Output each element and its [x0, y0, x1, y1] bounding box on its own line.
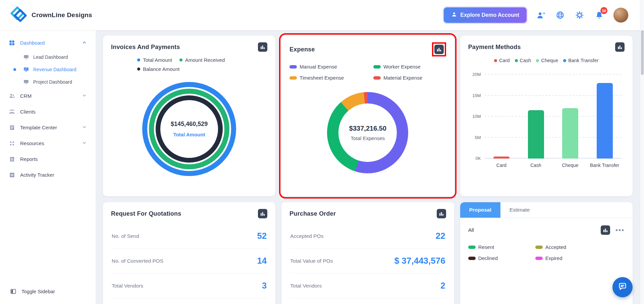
settings-gear-icon[interactable] — [574, 10, 585, 20]
active-bullet-icon — [13, 68, 16, 71]
legend-pill — [535, 246, 543, 249]
annotation-highlight-box — [432, 42, 446, 56]
invoices-center-value: $145,460,529 — [171, 121, 208, 128]
notification-count-badge: 10 — [600, 7, 607, 14]
bar-chart-icon-button[interactable] — [615, 42, 625, 52]
bar-cash[interactable] — [528, 110, 544, 159]
legend-pill — [468, 257, 476, 260]
sidebar-item-project-dashboard[interactable]: Project Dashboard — [0, 76, 96, 88]
bar-chart-icon-button[interactable] — [258, 209, 267, 218]
legend-item-bank-transfer[interactable]: Bank Transfer — [563, 58, 598, 63]
brand[interactable]: CrownLine Designs — [10, 6, 92, 25]
toggle-sidebar-button[interactable]: Toggle Sidebar — [0, 284, 96, 299]
expense-donut-center: $337,216.50 Total Expenses — [338, 103, 397, 162]
legend-item-worker-expense[interactable]: Worker Expense — [373, 64, 446, 70]
monitor-icon — [23, 54, 29, 60]
legend-item-timesheet-expense[interactable]: Timesheet Expense — [289, 75, 373, 81]
legend-item-cheque[interactable]: Cheque — [536, 58, 558, 63]
legend-item-total-amount[interactable]: Total Amount — [137, 57, 172, 63]
explore-demo-account-button[interactable]: Explore Demo Account — [444, 7, 527, 23]
bar-bank-transfer[interactable] — [597, 83, 613, 159]
y-tick-label: 20M — [468, 72, 481, 77]
legend-pill — [289, 76, 297, 80]
notifications-bell-icon[interactable]: 10 — [594, 10, 604, 20]
clients-icon — [9, 108, 15, 115]
resources-icon — [9, 140, 15, 146]
vertical-scrollbar — [640, 0, 644, 304]
scrollbar-thumb[interactable] — [641, 30, 644, 75]
amount-received-ring: $145,460,529 Total Amount — [149, 89, 229, 169]
legend-item-expired[interactable]: Expired — [535, 255, 625, 261]
more-options-icon[interactable]: ••• — [615, 228, 625, 232]
x-tick-label: Cash — [519, 163, 553, 168]
sidebar-item-template-center[interactable]: Template Center — [0, 120, 96, 135]
legend-item-resent[interactable]: Resent — [468, 244, 535, 250]
card-title: Invoices And Payments — [111, 44, 180, 51]
invoices-and-payments-card: Invoices And Payments Total Amount Amoun… — [103, 36, 275, 196]
sidebar-item-reports[interactable]: Reports — [0, 151, 96, 167]
expense-center-value: $337,216.50 — [349, 125, 386, 132]
expense-chart-icon-button[interactable] — [434, 45, 444, 54]
chevron-down-icon — [82, 125, 87, 131]
legend-pill — [373, 65, 381, 69]
people-icon — [9, 93, 15, 99]
x-axis-labels: Card Cash Cheque Bank Transfer — [484, 163, 622, 168]
legend-item-declined[interactable]: Declined — [468, 255, 535, 261]
sidebar-item-dashboard[interactable]: Dashboard — [0, 35, 96, 51]
tab-proposal[interactable]: Proposal — [460, 202, 500, 218]
x-tick-label: Cheque — [553, 163, 588, 168]
tab-estimate[interactable]: Estimate — [500, 202, 539, 218]
invite-user-icon[interactable] — [535, 10, 546, 20]
legend-item-material-expense[interactable]: Material Expense — [373, 75, 446, 81]
proposal-filter-all[interactable]: All — [468, 227, 474, 233]
sidebar-item-activity-tracker[interactable]: Activity Tracker — [0, 167, 96, 183]
chevron-down-icon — [82, 140, 87, 146]
sidebar-nav: Dashboard Lead Dashboard Revenue Dashboa… — [0, 30, 96, 304]
card-title: Purchase Order — [289, 210, 336, 217]
y-tick-label: 10M — [468, 114, 481, 119]
invoices-legend: Total Amount Amount Received Balance Amo… — [137, 57, 241, 72]
card-title: Expense — [289, 46, 315, 53]
bars — [484, 75, 622, 159]
legend-dot — [137, 68, 140, 71]
legend-pill — [535, 257, 543, 260]
stat-row: Request Sent Vendors — [111, 298, 267, 304]
legend-dot — [563, 59, 566, 62]
bar-card[interactable] — [493, 157, 509, 159]
activity-icon — [9, 172, 15, 178]
chat-bubble-icon — [618, 282, 627, 293]
request-for-quotations-card: Request For Quotations No. of Send 52 No… — [103, 202, 275, 304]
y-tick-label: 15M — [468, 93, 481, 98]
legend-pill — [373, 76, 381, 80]
legend-item-manual-expense[interactable]: Manual Expense — [289, 64, 373, 70]
sidebar-item-clients[interactable]: Clients — [0, 104, 96, 120]
sidebar-item-crm[interactable]: CRM — [0, 88, 96, 104]
proposal-filter-row: All ••• — [468, 225, 625, 235]
monitor-icon — [23, 79, 29, 85]
legend-dot — [536, 59, 539, 62]
legend-item-accepted[interactable]: Accepted — [535, 244, 625, 250]
proposal-estimate-tabs: Proposal Estimate — [460, 202, 633, 218]
sidebar-item-revenue-dashboard[interactable]: Revenue Dashboard — [0, 63, 96, 76]
legend-item-card[interactable]: Card — [494, 58, 509, 63]
legend-item-balance-amount[interactable]: Balance Amount — [137, 66, 179, 72]
chat-widget-button[interactable] — [612, 277, 633, 297]
bar-chart-icon-button[interactable] — [601, 225, 610, 235]
bar-cheque[interactable] — [562, 108, 578, 159]
legend-item-amount-received[interactable]: Amount Received — [179, 57, 225, 63]
legend-dot — [494, 59, 497, 62]
globe-language-icon[interactable] — [555, 10, 566, 20]
template-icon — [9, 124, 15, 131]
stat-row: Total Vendors 3 — [111, 273, 267, 298]
chevron-down-icon — [82, 93, 87, 99]
rfq-stats: No. of Send 52 No. of Converted POS 14 T… — [111, 224, 267, 304]
sidebar-item-lead-dashboard[interactable]: Lead Dashboard — [0, 51, 96, 63]
stat-row: Total Vendors 2 — [289, 273, 446, 298]
expense-card: Expense Manual Expense Worker Expense Ti… — [281, 36, 454, 196]
sidebar-item-resources[interactable]: Resources — [0, 135, 96, 151]
crownline-logo-icon — [10, 6, 28, 25]
user-avatar[interactable] — [613, 7, 629, 23]
legend-item-cash[interactable]: Cash — [515, 58, 531, 63]
bar-chart-icon-button[interactable] — [258, 42, 267, 52]
bar-chart-icon-button[interactable] — [437, 209, 446, 218]
